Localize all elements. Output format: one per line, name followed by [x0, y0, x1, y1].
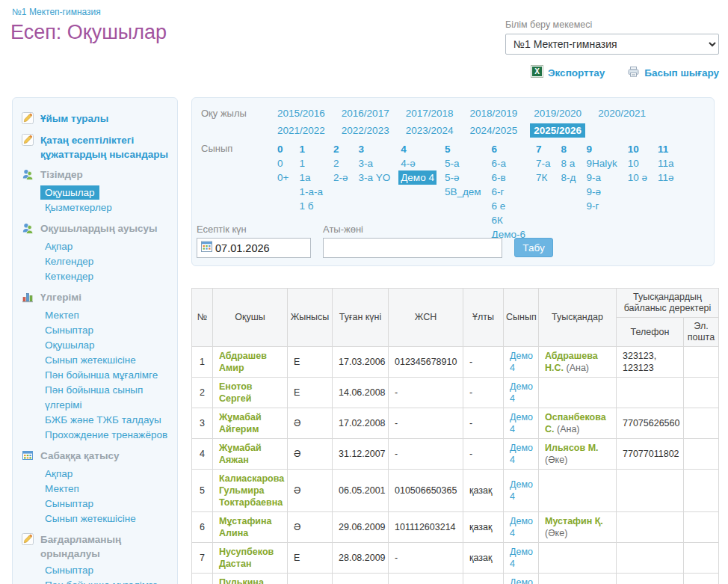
class-link[interactable]: 11ә [658, 170, 674, 185]
sidebar-item-link[interactable]: Сынып жетекшісіне [45, 354, 136, 366]
student-name-link[interactable]: Мұстафина Алина [219, 516, 272, 538]
relative-name-link[interactable]: Мустафин Қ. [545, 516, 603, 526]
class-link[interactable]: 5-ә [445, 170, 481, 185]
student-name-link[interactable]: Жұмабай Айгерим [219, 412, 262, 434]
class-link[interactable]: 2-ә [333, 170, 348, 185]
grade-link[interactable]: 2 [333, 142, 348, 156]
year-link-selected[interactable]: 2025/2026 [530, 123, 585, 138]
sidebar-item-link[interactable]: Сыныптар [45, 325, 93, 336]
sidebar-item-link-selected[interactable]: Оқушылар [40, 185, 99, 200]
calendar-icon[interactable] [201, 241, 212, 255]
class-link[interactable]: 11а [658, 156, 674, 170]
sidebar-item-link[interactable]: Ақпар [45, 241, 73, 252]
class-cell-link[interactable]: Демо 4 [510, 516, 533, 538]
sidebar-item-link[interactable]: Пән бойынша сынып үлгерімі [45, 384, 143, 411]
org-select[interactable]: №1 Мектеп-гимназия [505, 34, 719, 55]
class-link[interactable]: 3-а YO [358, 170, 390, 185]
class-link[interactable]: 1 [299, 156, 323, 170]
class-link[interactable]: 8 а [561, 156, 576, 170]
year-link[interactable]: 2024/2025 [469, 124, 517, 137]
grade-link[interactable]: 10 [628, 142, 647, 156]
sidebar-item-link[interactable]: БЖБ және ТЖБ талдауы [45, 414, 161, 425]
class-cell-link[interactable]: Демо 4 [510, 351, 533, 373]
class-link[interactable]: 8-д [561, 170, 576, 185]
report-date-input[interactable]: 07.01.2026 [197, 238, 311, 258]
class-link[interactable]: 9-ә [586, 185, 617, 199]
relative-name-link[interactable]: Ильясов М. [545, 443, 599, 453]
class-link[interactable]: 4-ә [401, 156, 434, 170]
year-link[interactable]: 2022/2023 [342, 124, 389, 137]
class-link[interactable]: 0+ [277, 170, 289, 185]
student-name-input[interactable] [323, 238, 502, 258]
sidebar-item-link[interactable]: Келгендер [45, 256, 93, 267]
class-link[interactable]: 1а [299, 170, 323, 185]
class-link[interactable]: 1-а-а [299, 185, 323, 199]
grade-link[interactable]: 8 [561, 142, 576, 156]
class-link[interactable]: 6-а [492, 156, 525, 170]
class-cell-link[interactable]: Демо 4 [510, 479, 533, 502]
year-link[interactable]: 2019/2020 [534, 107, 582, 120]
grade-link[interactable]: 11 [658, 142, 674, 156]
sidebar-link[interactable]: Қатаң есептіліктегі құжаттардың нысандар… [40, 133, 170, 162]
grade-link[interactable]: 9 [586, 142, 617, 156]
class-link[interactable]: 2 [333, 156, 348, 170]
class-cell-link[interactable]: Демо 4 [510, 547, 533, 569]
year-link[interactable]: 2021/2022 [277, 124, 325, 137]
grade-link[interactable]: 7 [536, 142, 551, 156]
class-link[interactable]: 7-а [536, 156, 551, 170]
sidebar-item-link[interactable]: Сыныптар [45, 498, 93, 509]
sidebar-item-link[interactable]: Прохождение тренажёров [45, 429, 167, 440]
sidebar-item-link[interactable]: Сынып жетекшісіне [45, 513, 136, 524]
class-link[interactable]: 10 ә [628, 170, 647, 185]
class-link[interactable]: 10 [628, 156, 647, 170]
year-link[interactable]: 2015/2016 [277, 107, 325, 120]
class-link[interactable]: 9-г [586, 199, 617, 213]
class-link[interactable]: 6 е [492, 199, 525, 213]
grade-link[interactable]: 5 [445, 142, 481, 156]
sidebar-item-link[interactable]: Пән бойынша мұғалімге [45, 580, 158, 584]
print-link[interactable]: Басып шығару [627, 66, 719, 80]
grade-link[interactable]: 6 [492, 142, 525, 156]
sidebar-item-link[interactable]: Қызметкерлер [45, 202, 112, 213]
class-link[interactable]: 9-а [586, 170, 617, 185]
class-cell-link[interactable]: Демо 4 [510, 412, 533, 434]
class-link[interactable]: 7К [536, 170, 551, 185]
sidebar-link[interactable]: Ұйым туралы [40, 111, 108, 126]
student-name-link[interactable]: Енотов Сергей [219, 381, 253, 404]
class-link[interactable]: 3-а [358, 156, 390, 170]
class-link-selected[interactable]: Демо 4 [398, 170, 437, 185]
find-button[interactable]: Табу [514, 238, 553, 257]
student-name-link[interactable]: Нусупбеков Дастан [219, 547, 274, 569]
sidebar-item-link[interactable]: Оқушылар [45, 339, 95, 351]
sidebar-item-link[interactable]: Пән бойынша мұғалімге [45, 369, 158, 381]
breadcrumb-school-link[interactable]: №1 Мектеп-гимназия [12, 7, 101, 17]
grade-link[interactable]: 0 [277, 142, 289, 156]
class-cell-link[interactable]: Демо 4 [510, 443, 533, 465]
sidebar-item-link[interactable]: Кеткендер [45, 271, 93, 282]
sidebar-item-link[interactable]: Мектеп [45, 483, 79, 494]
grade-link[interactable]: 1 [299, 142, 323, 156]
student-name-link[interactable]: Абдрашев Амир [219, 351, 267, 373]
sidebar-item-link[interactable]: Сыныптар [45, 565, 93, 576]
year-link[interactable]: 2018/2019 [469, 107, 517, 120]
student-name-link[interactable]: Пулькина Виктория [219, 577, 264, 584]
class-link[interactable]: 5-а [445, 156, 481, 170]
export-link[interactable]: X Экспорттау [531, 65, 605, 80]
grade-link[interactable]: 3 [358, 142, 390, 156]
sidebar-item-link[interactable]: Мектеп [45, 310, 79, 321]
year-link[interactable]: 2023/2024 [406, 124, 454, 137]
class-link[interactable]: 1 б [299, 199, 323, 213]
class-link[interactable]: 0 [277, 156, 289, 170]
year-link[interactable]: 2020/2021 [598, 107, 646, 120]
grade-link[interactable]: 4 [401, 142, 434, 156]
year-link[interactable]: 2016/2017 [342, 107, 389, 120]
class-link[interactable]: 5В_дем [445, 185, 481, 199]
year-link[interactable]: 2017/2018 [406, 107, 454, 120]
class-link[interactable]: 6-г [492, 185, 525, 199]
class-link[interactable]: 6-в [492, 170, 525, 185]
student-name-link[interactable]: Калиаскарова Гульмира Токтарбаевна [219, 473, 284, 508]
class-cell-link[interactable]: Демо 4 [510, 381, 533, 404]
class-link[interactable]: 9Halyk [586, 156, 617, 170]
class-cell-link[interactable]: Демо 4 [510, 577, 533, 584]
student-name-link[interactable]: Жұмабай Аяжан [219, 443, 262, 465]
